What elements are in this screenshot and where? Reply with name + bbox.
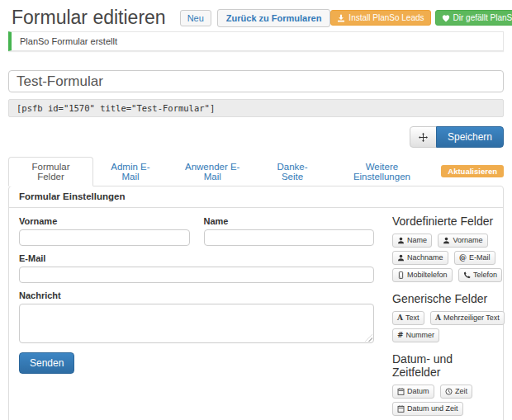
review-label: Dir gefällt PlanSo Forms? Schreibe eine … xyxy=(453,13,512,22)
palette-button-zeit[interactable]: Zeit xyxy=(440,385,472,399)
tab-bar: Formular Felder Admin E-Mail Anwender E-… xyxy=(8,157,504,186)
palette-button-email[interactable]: @ E-Mail xyxy=(454,251,495,265)
form-title-input[interactable] xyxy=(8,70,504,92)
palette-button-label: Datum und Zeit xyxy=(407,404,458,413)
move-icon xyxy=(419,133,428,142)
page-title: Formular editieren xyxy=(12,7,166,29)
save-button[interactable]: Speichern xyxy=(436,126,504,148)
back-to-forms-button[interactable]: Zurück zu Formularen xyxy=(217,9,331,27)
last-name-input[interactable] xyxy=(204,229,375,246)
palette-button-telefon[interactable]: Telefon xyxy=(458,268,502,282)
palette-row: Datum und Zeit xyxy=(392,402,503,419)
panel-heading: Formular Einstellungen xyxy=(9,186,503,208)
message-field: Nachricht xyxy=(19,290,374,343)
palette-button-vorname[interactable]: Vorname xyxy=(438,234,487,248)
last-name-label: Name xyxy=(204,216,375,226)
user-icon xyxy=(397,237,405,244)
palette-button-label: Mobiltelefon xyxy=(407,271,448,279)
palette-button-mobiltelefon[interactable]: Mobiltelefon xyxy=(392,268,453,282)
user-icon xyxy=(397,254,405,262)
palette-row: Nachname @ E-Mail xyxy=(392,251,503,268)
new-button[interactable]: Neu xyxy=(180,10,211,26)
message-textarea[interactable] xyxy=(19,304,374,343)
palette-button-label: Mehrzeiliger Text xyxy=(443,314,500,322)
name-fields-row: Vorname Name xyxy=(19,216,374,246)
palette-button-label: Vorname xyxy=(453,236,482,244)
mobile-icon xyxy=(397,271,405,279)
palette-button-label: Zeit xyxy=(455,387,467,395)
palette-button-mehrzeiliger-text[interactable]: A Mehrzeiliger Text xyxy=(430,311,505,325)
palette-button-label: Text xyxy=(405,314,420,322)
palette-button-datum[interactable]: Datum xyxy=(392,385,434,399)
palette-row: Name Vorname xyxy=(392,234,503,251)
page-header: Formular editieren Neu Zurück zu Formula… xyxy=(8,7,504,29)
palette-button-text[interactable]: A Text xyxy=(392,311,424,325)
save-toolbar: Speichern xyxy=(8,126,504,148)
panel-body: Vorname Name E-Mail Nachricht Sende xyxy=(9,208,503,420)
calendar-icon xyxy=(397,405,405,413)
palette-section-title-generische: Generische Felder xyxy=(392,292,503,305)
user-icon xyxy=(443,237,450,244)
palette-row: Datum Zeit xyxy=(392,385,503,402)
settings-panel: Formular Einstellungen Vorname Name E-Ma… xyxy=(8,186,504,420)
heart-icon xyxy=(442,14,450,22)
install-leads-button[interactable]: Install PlanSo Leads xyxy=(330,10,430,26)
form-preview: Vorname Name E-Mail Nachricht Sende xyxy=(9,208,384,420)
tab-weitere-einstellungen[interactable]: Weitere Einstellungen xyxy=(328,157,437,186)
palette-section-title-vordefinierte: Vordefinierte Felder xyxy=(392,215,503,228)
first-name-label: Vorname xyxy=(19,216,190,226)
email-input[interactable] xyxy=(19,267,374,283)
palette-row: # Nummer xyxy=(392,328,503,346)
palette-row: A Text A Mehrzeiliger Text xyxy=(392,311,503,328)
download-icon xyxy=(337,14,345,22)
palette-button-datum-und-zeit[interactable]: Datum und Zeit xyxy=(392,402,463,416)
top-actions: Install PlanSo Leads Dir gefällt PlanSo … xyxy=(330,10,512,26)
review-button[interactable]: Dir gefällt PlanSo Forms? Schreibe eine … xyxy=(435,10,512,26)
move-button[interactable] xyxy=(410,126,437,148)
earphone-icon xyxy=(463,271,471,279)
message-label: Nachricht xyxy=(19,290,374,300)
palette-button-label: Name xyxy=(407,236,427,244)
palette-row: Mobiltelefon Telefon xyxy=(392,268,503,286)
field-palette: Vordefinierte Felder Name Vorname Nachna… xyxy=(384,208,503,420)
font-icon: A xyxy=(397,314,403,322)
email-label: E-Mail xyxy=(19,253,374,263)
palette-button-label: Telefon xyxy=(473,271,497,279)
success-notice-text: PlanSo Formular erstellt xyxy=(20,36,117,46)
tab-anwender-email[interactable]: Anwender E-Mail xyxy=(168,157,258,186)
font-icon: A xyxy=(435,314,441,322)
palette-section-title-datum-zeit: Datum- und Zeitfelder xyxy=(392,352,503,379)
tab-formular-felder[interactable]: Formular Felder xyxy=(8,157,93,186)
first-name-input[interactable] xyxy=(19,229,190,246)
palette-button-label: Datum xyxy=(407,387,429,395)
send-button[interactable]: Senden xyxy=(19,352,74,374)
email-field: E-Mail xyxy=(19,253,374,283)
hash-icon: # xyxy=(397,332,404,339)
palette-button-nachname[interactable]: Nachname xyxy=(392,251,448,265)
update-badge[interactable]: Aktualisieren xyxy=(441,165,504,177)
palette-button-label: Nummer xyxy=(406,331,435,339)
shortcode-display: [psfb id="1570" title="Test-Formular"] xyxy=(8,99,504,117)
message-textarea-wrap xyxy=(19,304,374,343)
tab-danke-seite[interactable]: Danke-Seite xyxy=(257,157,327,186)
calendar-icon xyxy=(397,388,405,395)
palette-button-label: Nachname xyxy=(407,253,443,262)
first-name-field: Vorname xyxy=(19,216,190,246)
palette-button-name[interactable]: Name xyxy=(392,234,432,248)
install-leads-label: Install PlanSo Leads xyxy=(348,13,424,22)
success-notice: PlanSo Formular erstellt xyxy=(8,31,504,51)
last-name-field: Name xyxy=(204,216,375,246)
tab-admin-email[interactable]: Admin E-Mail xyxy=(93,157,168,186)
at-icon: @ xyxy=(459,254,467,262)
palette-button-nummer[interactable]: # Nummer xyxy=(392,328,439,342)
palette-button-label: E-Mail xyxy=(469,253,491,262)
clock-icon xyxy=(445,388,453,395)
